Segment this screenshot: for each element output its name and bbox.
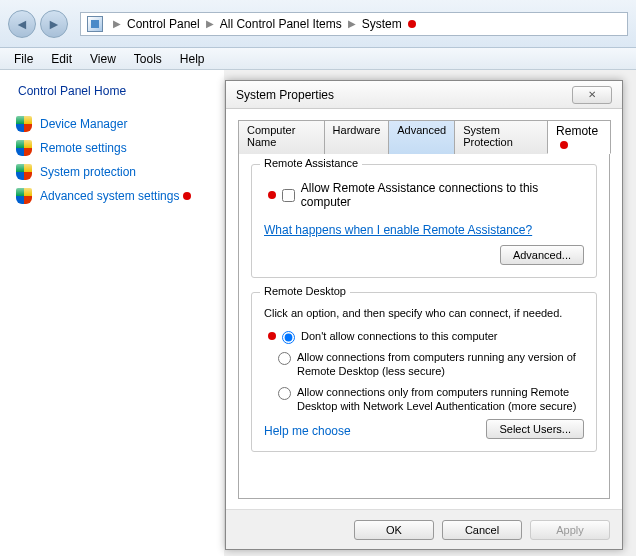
- shield-icon: [16, 140, 32, 156]
- explorer-topnav: ◄ ► ▶ Control Panel ▶ All Control Panel …: [0, 0, 636, 48]
- menu-tools[interactable]: Tools: [126, 50, 170, 68]
- shield-icon: [16, 164, 32, 180]
- marker-dot: [408, 20, 416, 28]
- tab-advanced[interactable]: Advanced: [388, 120, 455, 154]
- rd-option-any-version[interactable]: [278, 352, 291, 365]
- sidebar-item-remote-settings[interactable]: Remote settings: [10, 136, 214, 160]
- radio-label[interactable]: Allow connections from computers running…: [297, 350, 584, 379]
- group-title: Remote Assistance: [260, 157, 362, 169]
- sidebar-item-label: Remote settings: [40, 141, 127, 155]
- checkbox-label[interactable]: Allow Remote Assistance connections to t…: [301, 181, 584, 209]
- sidebar-heading: Control Panel Home: [10, 84, 214, 98]
- tab-page-remote: Remote Assistance Allow Remote Assistanc…: [238, 154, 610, 499]
- help-me-choose-link[interactable]: Help me choose: [264, 424, 351, 438]
- group-title: Remote Desktop: [260, 285, 350, 297]
- back-button[interactable]: ◄: [8, 10, 36, 38]
- menu-bar: File Edit View Tools Help: [0, 48, 636, 70]
- marker-dot: [268, 332, 276, 340]
- allow-remote-assistance-checkbox[interactable]: [282, 189, 295, 202]
- chevron-right-icon: ▶: [206, 18, 214, 29]
- tab-label: Remote: [556, 124, 598, 138]
- tab-system-protection[interactable]: System Protection: [454, 120, 548, 154]
- radio-label[interactable]: Don't allow connections to this computer: [301, 329, 498, 343]
- ok-button[interactable]: OK: [354, 520, 434, 540]
- cancel-button[interactable]: Cancel: [442, 520, 522, 540]
- marker-dot: [560, 141, 568, 149]
- apply-button[interactable]: Apply: [530, 520, 610, 540]
- sidebar-item-advanced-system-settings[interactable]: Advanced system settings: [10, 184, 214, 208]
- control-panel-icon: [87, 16, 103, 32]
- dialog-footer: OK Cancel Apply: [226, 509, 622, 549]
- group-remote-assistance: Remote Assistance Allow Remote Assistanc…: [251, 164, 597, 278]
- breadcrumb-item[interactable]: System: [362, 17, 402, 31]
- close-button[interactable]: ✕: [572, 86, 612, 104]
- sidebar-item-system-protection[interactable]: System protection: [10, 160, 214, 184]
- dialog-titlebar: System Properties ✕: [226, 81, 622, 109]
- remote-assistance-help-link[interactable]: What happens when I enable Remote Assist…: [264, 223, 532, 237]
- sidebar-item-label: Device Manager: [40, 117, 127, 131]
- remote-assistance-advanced-button[interactable]: Advanced...: [500, 245, 584, 265]
- group-remote-desktop: Remote Desktop Click an option, and then…: [251, 292, 597, 452]
- system-properties-dialog: System Properties ✕ Computer Name Hardwa…: [225, 80, 623, 550]
- select-users-button[interactable]: Select Users...: [486, 419, 584, 439]
- tab-hardware[interactable]: Hardware: [324, 120, 390, 154]
- address-bar[interactable]: ▶ Control Panel ▶ All Control Panel Item…: [80, 12, 628, 36]
- marker-dot: [268, 191, 276, 199]
- forward-button[interactable]: ►: [40, 10, 68, 38]
- shield-icon: [16, 116, 32, 132]
- group-description: Click an option, and then specify who ca…: [264, 307, 584, 319]
- sidebar-item-label: System protection: [40, 165, 136, 179]
- sidebar-item-label: Advanced system settings: [40, 189, 179, 203]
- menu-view[interactable]: View: [82, 50, 124, 68]
- chevron-right-icon: ▶: [113, 18, 121, 29]
- marker-dot: [183, 192, 191, 200]
- menu-edit[interactable]: Edit: [43, 50, 80, 68]
- radio-label[interactable]: Allow connections only from computers ru…: [297, 385, 584, 414]
- dialog-title: System Properties: [236, 88, 334, 102]
- tab-remote[interactable]: Remote: [547, 120, 611, 154]
- breadcrumb-item[interactable]: Control Panel: [127, 17, 200, 31]
- tab-computer-name[interactable]: Computer Name: [238, 120, 325, 154]
- rd-option-dont-allow[interactable]: [282, 331, 295, 344]
- chevron-right-icon: ▶: [348, 18, 356, 29]
- menu-file[interactable]: File: [6, 50, 41, 68]
- breadcrumb-item[interactable]: All Control Panel Items: [220, 17, 342, 31]
- sidebar-item-device-manager[interactable]: Device Manager: [10, 112, 214, 136]
- menu-help[interactable]: Help: [172, 50, 213, 68]
- tab-strip: Computer Name Hardware Advanced System P…: [238, 119, 610, 154]
- shield-icon: [16, 188, 32, 204]
- sidebar: Control Panel Home Device Manager Remote…: [0, 70, 224, 556]
- rd-option-nla[interactable]: [278, 387, 291, 400]
